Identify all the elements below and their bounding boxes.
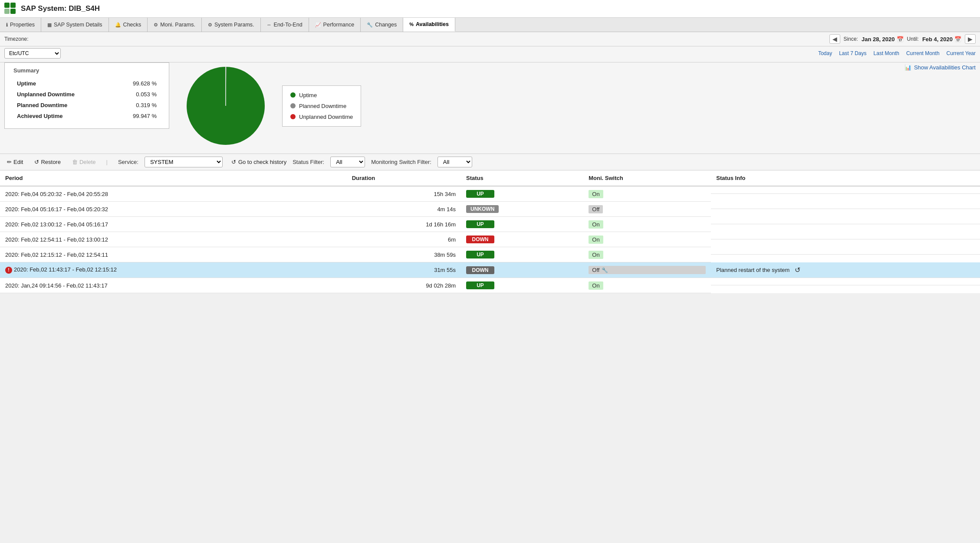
tab-changes[interactable]: 🔧 Changes — [361, 18, 403, 32]
summary-row-unplanned: Unplanned Downtime 0.053 % — [13, 89, 160, 100]
moni-on-badge: On — [589, 190, 603, 198]
since-value: Jan 28, 2020 — [862, 36, 895, 43]
cell-status: DOWN — [461, 232, 583, 247]
summary-section: Summary Uptime 99.628 % Unplanned Downti… — [0, 62, 980, 154]
show-availabilities-chart-button[interactable]: 📊 Show Availabilities Chart — [904, 64, 976, 71]
service-label: Service: — [118, 159, 138, 165]
until-field: Feb 4, 2020 📅 — [922, 36, 961, 43]
cell-status: UNKOWN — [461, 202, 583, 217]
status-badge: UP — [466, 190, 494, 198]
tab-availabilities[interactable]: % Availabilities — [403, 18, 455, 32]
tab-properties-label: Properties — [10, 22, 35, 28]
date-next-button[interactable]: ▶ — [965, 34, 976, 44]
since-label: Since: — [844, 36, 858, 42]
end-to-end-icon: ↔ — [267, 22, 272, 27]
moni-switch-select[interactable]: All — [437, 157, 472, 167]
tab-checks[interactable]: 🔔 Checks — [109, 18, 148, 32]
table-row[interactable]: 2020: Feb,04 05:16:17 - Feb,04 05:20:324… — [0, 202, 980, 217]
tab-properties[interactable]: ℹ Properties — [0, 18, 41, 32]
tab-end-to-end[interactable]: ↔ End-To-End — [261, 18, 309, 32]
cell-status-info — [711, 186, 980, 194]
quickfilter-last7days[interactable]: Last 7 Days — [839, 50, 866, 56]
col-moni-switch: Moni. Switch — [583, 170, 711, 186]
system-params-icon: ⚙ — [208, 22, 212, 28]
until-value: Feb 4, 2020 — [922, 36, 953, 43]
summary-achieved-label: Achieved Uptime — [13, 111, 113, 121]
legend-unplanned-label: Unplanned Downtime — [299, 114, 353, 120]
table-row[interactable]: 2020: Feb,02 12:15:12 - Feb,02 12:54:113… — [0, 247, 980, 262]
changes-icon: 🔧 — [367, 22, 373, 28]
availabilities-icon: % — [409, 22, 414, 27]
tab-moni-params-label: Moni. Params. — [160, 22, 195, 28]
cell-duration: 9d 02h 28m — [347, 278, 461, 293]
since-calendar-icon[interactable]: 📅 — [897, 36, 904, 43]
quickfilter-currentyear[interactable]: Current Year — [947, 50, 976, 56]
until-label: Until: — [907, 36, 919, 42]
chart-area: Uptime Planned Downtime Unplanned Downti… — [182, 62, 891, 149]
separator1: | — [106, 159, 108, 165]
tab-moni-params[interactable]: ⚙ Moni. Params. — [148, 18, 202, 32]
moni-params-icon: ⚙ — [154, 22, 158, 28]
since-field: Jan 28, 2020 📅 — [862, 36, 904, 43]
moni-off-badge: Off — [589, 205, 603, 213]
cell-moni-switch: Off🔧 — [583, 262, 711, 278]
cell-status-info — [711, 217, 980, 224]
quickfilter-today[interactable]: Today — [818, 50, 832, 56]
moni-on-badge: On — [589, 220, 603, 229]
tab-sap-system-details[interactable]: ▦ SAP System Details — [41, 18, 109, 32]
table-row[interactable]: 2020: Jan,24 09:14:56 - Feb,02 11:43:179… — [0, 278, 980, 293]
cell-moni-switch: On — [583, 278, 711, 293]
tab-bar: ℹ Properties ▦ SAP System Details 🔔 Chec… — [0, 18, 980, 32]
table-row[interactable]: 2020: Feb,04 05:20:32 - Feb,04 20:55:281… — [0, 186, 980, 202]
cell-duration: 31m 55s — [347, 262, 461, 278]
service-select[interactable]: SYSTEM — [145, 157, 223, 167]
restore-button[interactable]: ↺ Restore — [32, 157, 63, 167]
tab-performance-label: Performance — [323, 22, 355, 28]
moni-on-badge: On — [589, 236, 603, 244]
edit-button[interactable]: ✏ Edit — [4, 157, 26, 167]
cell-status-info — [711, 202, 980, 209]
status-badge: UP — [466, 220, 494, 228]
cell-duration: 15h 34m — [347, 186, 461, 202]
chart-bar-icon: 📊 — [904, 64, 911, 71]
summary-box: Summary Uptime 99.628 % Unplanned Downti… — [4, 62, 169, 129]
table-row[interactable]: !2020: Feb,02 11:43:17 - Feb,02 12:15:12… — [0, 262, 980, 278]
until-calendar-icon[interactable]: 📅 — [954, 36, 961, 43]
tab-system-params[interactable]: ⚙ System Params. — [202, 18, 261, 32]
summary-uptime-value: 99.628 % — [113, 78, 160, 89]
cell-status: UP — [461, 186, 583, 202]
restore-icon: ↺ — [34, 159, 39, 165]
quickfilter-lastmonth[interactable]: Last Month — [874, 50, 899, 56]
goto-history-button[interactable]: ↺ Go to check history — [231, 159, 286, 165]
tab-checks-label: Checks — [123, 22, 141, 28]
summary-planned-value: 0.319 % — [113, 100, 160, 111]
cell-period: 2020: Feb,02 13:00:12 - Feb,04 05:16:17 — [0, 217, 347, 232]
col-status-info: Status Info — [711, 170, 980, 186]
tab-sap-system-details-label: SAP System Details — [54, 22, 102, 28]
date-prev-button[interactable]: ◀ — [829, 34, 840, 44]
status-badge: DOWN — [466, 266, 494, 274]
table-row[interactable]: 2020: Feb,02 12:54:11 - Feb,02 13:00:126… — [0, 232, 980, 247]
quickfilter-currentmonth[interactable]: Current Month — [906, 50, 940, 56]
pie-chart — [182, 62, 269, 149]
performance-icon: 📈 — [315, 22, 321, 28]
timezone-label: Timezone: — [4, 36, 29, 42]
tab-performance[interactable]: 📈 Performance — [309, 18, 361, 32]
cell-status-info — [711, 278, 980, 285]
status-filter-select[interactable]: All — [330, 157, 365, 167]
summary-achieved-value: 99.947 % — [113, 111, 160, 121]
cell-moni-switch: On — [583, 247, 711, 262]
row-restore-button[interactable]: ↺ — [795, 266, 800, 274]
col-period: Period — [0, 170, 347, 186]
table-row[interactable]: 2020: Feb,02 13:00:12 - Feb,04 05:16:171… — [0, 217, 980, 232]
tab-system-params-label: System Params. — [214, 22, 254, 28]
legend-planned-dot — [290, 103, 296, 108]
legend-box: Uptime Planned Downtime Unplanned Downti… — [282, 85, 361, 127]
cell-duration: 6m — [347, 232, 461, 247]
cell-period: 2020: Feb,04 05:20:32 - Feb,04 20:55:28 — [0, 186, 347, 202]
cell-period: 2020: Feb,02 12:54:11 - Feb,02 13:00:12 — [0, 232, 347, 247]
summary-row-planned: Planned Downtime 0.319 % — [13, 100, 160, 111]
timezone-select[interactable]: Etc/UTC — [4, 48, 61, 59]
goto-history-label: Go to check history — [238, 159, 286, 165]
delete-button[interactable]: 🗑 Delete — [69, 157, 99, 167]
